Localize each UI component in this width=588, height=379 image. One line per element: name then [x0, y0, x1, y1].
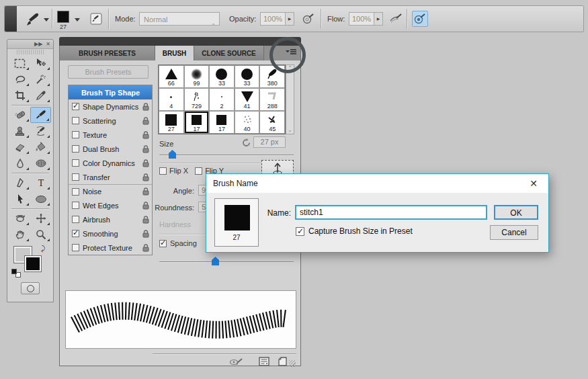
setting-protect-texture[interactable]: Protect Texture	[69, 241, 152, 255]
setting-transfer[interactable]: Transfer	[69, 170, 152, 184]
brush-tip-66[interactable]: 66	[159, 65, 184, 88]
quick-mask-button[interactable]	[21, 282, 40, 294]
lock-icon[interactable]	[142, 103, 149, 111]
tool-move[interactable]	[30, 55, 51, 71]
toolbox-grip[interactable]	[17, 50, 44, 54]
brush-preset-dropdown-arrow[interactable]	[75, 18, 80, 22]
opacity-spinner[interactable]: ▶	[285, 12, 294, 26]
tab-brush-presets[interactable]: BRUSH PRESETS	[60, 46, 155, 60]
tool-healing-brush[interactable]	[9, 107, 30, 123]
lock-icon[interactable]	[142, 145, 149, 153]
brush-grid-scrollbar[interactable]: ⌃ ⌄	[286, 65, 294, 134]
setting-noise[interactable]: Noise	[69, 184, 152, 198]
lock-icon[interactable]	[142, 117, 149, 125]
brush-preview-swatch[interactable]	[57, 11, 69, 23]
checkbox[interactable]	[72, 188, 79, 196]
setting-smoothing[interactable]: Smoothing	[69, 226, 152, 241]
size-slider[interactable]	[159, 155, 294, 155]
lock-icon[interactable]	[142, 230, 149, 238]
brush-tip-4[interactable]: 4	[159, 88, 184, 111]
checkbox[interactable]	[72, 159, 79, 167]
tablet-opacity-icon[interactable]	[300, 11, 317, 27]
brush-tool-dropdown-arrow[interactable]	[44, 18, 49, 22]
lock-icon[interactable]	[142, 131, 149, 139]
setting-wet-edges[interactable]: Wet Edges	[69, 198, 152, 212]
setting-shape-dynamics[interactable]: Shape Dynamics	[69, 99, 152, 114]
brush-tip-33[interactable]: 33	[209, 65, 235, 88]
collapse-icon[interactable]: ▶▶	[34, 42, 42, 47]
airbrush-toggle-icon[interactable]	[388, 11, 404, 27]
brush-tip-2[interactable]: 2	[209, 88, 235, 111]
cancel-button[interactable]: Cancel	[490, 225, 538, 240]
tab-clone-source[interactable]: CLONE SOURCE	[194, 46, 264, 60]
options-bar-handle[interactable]	[5, 6, 17, 32]
setting-dual-brush[interactable]: Dual Brush	[69, 142, 152, 156]
checkbox[interactable]	[72, 244, 79, 251]
tool-path-selection[interactable]	[9, 191, 30, 207]
checkbox[interactable]	[72, 131, 79, 138]
flip-y-checkbox[interactable]	[195, 167, 202, 175]
opacity-field[interactable]: 100%	[260, 12, 286, 26]
checkbox[interactable]	[72, 103, 79, 110]
spacing-checkbox[interactable]	[159, 240, 167, 247]
swap-colors-icon[interactable]: ⤸	[41, 245, 45, 253]
tool-rectangular-marquee[interactable]	[9, 55, 30, 71]
background-color-swatch[interactable]	[24, 255, 42, 272]
brush-name-input[interactable]	[295, 205, 487, 220]
brush-tip-288[interactable]: 288	[259, 88, 285, 111]
checkbox[interactable]	[72, 117, 79, 124]
mode-select[interactable]: Normal ⌄	[139, 12, 220, 26]
tool-pen[interactable]	[9, 175, 30, 191]
capture-size-checkbox[interactable]	[296, 227, 304, 236]
brush-tip-45[interactable]: 45	[259, 111, 285, 134]
tool-eraser[interactable]	[9, 139, 30, 155]
lock-icon[interactable]	[142, 173, 149, 181]
tool-paint-bucket[interactable]	[30, 139, 51, 155]
setting-color-dynamics[interactable]: Color Dynamics	[69, 156, 152, 170]
ok-button[interactable]: OK	[494, 205, 538, 220]
lock-icon[interactable]	[142, 216, 149, 224]
scroll-down-icon[interactable]: ⌄	[288, 127, 292, 134]
close-icon[interactable]: ✕	[526, 178, 542, 189]
spacing-slider[interactable]	[159, 261, 294, 262]
tool-sponge[interactable]	[30, 155, 51, 171]
panel-drag-bar[interactable]: ⌃	[59, 37, 301, 46]
tool-lasso[interactable]	[9, 71, 30, 87]
setting-scattering[interactable]: Scattering	[69, 114, 152, 128]
tool-magic-wand[interactable]	[30, 71, 51, 87]
checkbox[interactable]	[72, 173, 79, 181]
tool-type[interactable]: T	[30, 175, 51, 191]
spacing-slider-thumb[interactable]	[212, 257, 219, 265]
checkbox[interactable]	[72, 145, 79, 153]
checkbox[interactable]	[72, 216, 79, 223]
brush-tip-17-selected[interactable]: 17	[184, 111, 210, 134]
dialog-titlebar[interactable]: Brush Name ✕	[206, 174, 548, 193]
flow-spinner[interactable]: ▶	[374, 12, 383, 26]
lock-icon[interactable]	[142, 244, 149, 252]
brush-tip-99[interactable]: 99	[184, 65, 210, 88]
tool-zoom[interactable]	[30, 226, 51, 243]
tool-eyedropper[interactable]	[30, 87, 51, 103]
flip-x-checkbox[interactable]	[159, 167, 167, 175]
tool-shape-ellipse[interactable]	[30, 191, 51, 207]
tab-brush[interactable]: BRUSH	[155, 46, 194, 60]
tool-hand[interactable]	[9, 226, 30, 243]
tool-history-brush[interactable]	[30, 123, 51, 139]
create-new-brush-icon[interactable]	[278, 357, 288, 366]
flow-field[interactable]: 100%	[349, 12, 374, 26]
checkbox[interactable]	[72, 230, 79, 237]
tablet-size-pressure-icon[interactable]	[412, 11, 428, 27]
tool-crop[interactable]	[9, 87, 30, 103]
brush-tip-729[interactable]: 729	[184, 88, 210, 111]
close-icon[interactable]: ✕	[46, 42, 50, 47]
brush-tip-27[interactable]: 27	[159, 111, 184, 134]
lock-icon[interactable]	[142, 159, 149, 167]
brush-tip-33b[interactable]: 33	[235, 65, 260, 88]
brush-presets-button[interactable]: Brush Presets	[68, 65, 149, 79]
tool-clone-stamp[interactable]	[9, 123, 30, 139]
brush-tip-41[interactable]: 41	[235, 88, 260, 111]
setting-airbrush[interactable]: Airbrush	[69, 212, 152, 226]
panel-resize-grip[interactable]	[289, 360, 296, 367]
size-slider-thumb[interactable]	[169, 150, 176, 159]
brush-tool-icon[interactable]	[25, 11, 41, 28]
